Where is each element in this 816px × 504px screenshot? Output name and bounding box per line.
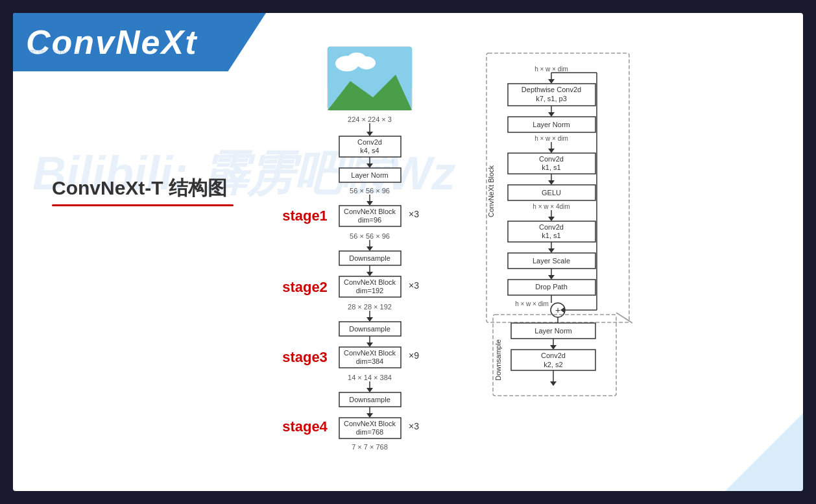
slide: ConvNeXt 霹雳吧啦Wz Bilibili: 霹雳吧啦Wz ConvNeX…: [13, 13, 803, 491]
svg-text:k2, s2: k2, s2: [544, 361, 562, 368]
svg-marker-119: [550, 381, 557, 386]
svg-rect-81: [508, 185, 595, 200]
svg-marker-80: [548, 180, 555, 185]
svg-marker-38: [366, 317, 373, 322]
svg-rect-76: [508, 153, 595, 174]
svg-marker-114: [550, 345, 557, 350]
svg-rect-111: [511, 323, 595, 339]
svg-text:+: +: [555, 305, 560, 315]
svg-text:28 × 28 × 192: 28 × 28 × 192: [348, 303, 392, 311]
svg-text:stage1: stage1: [282, 208, 328, 224]
svg-marker-94: [548, 275, 555, 280]
svg-rect-0: [328, 47, 412, 110]
svg-point-5: [357, 56, 376, 69]
svg-marker-104: [560, 307, 565, 313]
svg-rect-43: [339, 347, 401, 368]
svg-text:k1, s1: k1, s1: [542, 232, 560, 239]
svg-marker-85: [548, 217, 555, 221]
svg-text:Conv2d: Conv2d: [541, 352, 566, 359]
svg-text:Conv2d: Conv2d: [539, 223, 564, 231]
svg-rect-115: [511, 350, 595, 370]
svg-rect-71: [508, 117, 595, 132]
svg-text:ConvNeXt Block: ConvNeXt Block: [344, 349, 396, 357]
slide-title: ConvNeXt: [26, 23, 197, 62]
svg-text:Drop Path: Drop Path: [535, 283, 568, 291]
arch-title: ConvNeXt-T 结构图: [52, 175, 227, 202]
svg-text:k4, s4: k4, s4: [360, 147, 379, 154]
svg-rect-86: [508, 221, 595, 242]
svg-marker-26: [366, 246, 373, 251]
svg-rect-91: [508, 253, 595, 269]
svg-marker-106: [555, 328, 561, 332]
svg-text:dim=384: dim=384: [356, 357, 384, 365]
svg-text:stage3: stage3: [282, 349, 328, 365]
arch-underline: [52, 204, 234, 206]
svg-rect-39: [339, 322, 401, 336]
svg-marker-65: [548, 79, 555, 84]
svg-text:224 × 224 × 3: 224 × 224 × 3: [348, 115, 392, 123]
svg-text:×3: ×3: [409, 280, 419, 291]
svg-text:Depthwise Conv2d: Depthwise Conv2d: [522, 86, 581, 93]
svg-text:Conv2d: Conv2d: [357, 138, 382, 146]
svg-text:ConvNeXt Block: ConvNeXt Block: [487, 165, 495, 217]
svg-text:Downsample: Downsample: [494, 339, 502, 381]
svg-rect-95: [508, 280, 595, 295]
svg-rect-51: [339, 392, 401, 407]
svg-rect-19: [339, 206, 401, 226]
svg-text:Layer Scale: Layer Scale: [533, 257, 570, 265]
svg-text:h × w × dim: h × w × dim: [534, 66, 568, 73]
svg-text:ConvNeXt Block: ConvNeXt Block: [344, 420, 396, 427]
svg-rect-14: [339, 168, 401, 182]
svg-rect-31: [339, 276, 401, 297]
svg-marker-18: [366, 201, 373, 206]
svg-text:Downsample: Downsample: [349, 396, 390, 403]
svg-text:ConvNeXt Block: ConvNeXt Block: [344, 208, 396, 215]
svg-text:7 × 7 × 768: 7 × 7 × 768: [352, 443, 388, 451]
header-banner: ConvNeXt: [13, 13, 266, 71]
svg-marker-13: [366, 163, 373, 168]
svg-text:Downsample: Downsample: [349, 254, 390, 262]
svg-text:dim=96: dim=96: [358, 216, 381, 224]
svg-text:56 × 56 × 96: 56 × 56 × 96: [350, 232, 390, 240]
svg-marker-50: [366, 388, 373, 392]
svg-text:ConvNeXt Block: ConvNeXt Block: [344, 278, 396, 286]
svg-text:Downsample: Downsample: [349, 325, 390, 333]
svg-text:stage4: stage4: [282, 418, 328, 435]
svg-text:stage2: stage2: [282, 279, 328, 295]
svg-text:×3: ×3: [409, 209, 419, 219]
svg-text:dim=192: dim=192: [356, 287, 384, 294]
svg-rect-55: [339, 418, 401, 438]
svg-text:k7, s1, p3: k7, s1, p3: [536, 95, 567, 102]
svg-marker-30: [366, 272, 373, 276]
svg-marker-8: [366, 132, 373, 136]
svg-text:h × w × dim: h × w × dim: [515, 300, 549, 307]
svg-marker-90: [548, 248, 555, 253]
svg-rect-61: [486, 53, 629, 322]
svg-text:Layer Norm: Layer Norm: [351, 171, 388, 179]
svg-rect-109: [493, 315, 616, 396]
blue-triangle-decoration: [660, 348, 803, 491]
svg-marker-42: [366, 342, 373, 347]
svg-point-3: [335, 56, 359, 71]
svg-text:56 × 56 × 96: 56 × 56 × 96: [350, 187, 390, 195]
svg-marker-2: [328, 75, 412, 110]
svg-marker-108: [629, 320, 636, 326]
svg-text:h × w × 4dim: h × w × 4dim: [533, 203, 570, 210]
svg-text:k1, s1: k1, s1: [542, 163, 560, 171]
svg-line-107: [616, 313, 632, 323]
svg-point-98: [551, 303, 565, 317]
svg-marker-54: [366, 413, 373, 418]
svg-rect-27: [339, 251, 401, 265]
svg-text:Layer Norm: Layer Norm: [534, 327, 571, 335]
svg-text:Layer Norm: Layer Norm: [533, 121, 570, 128]
svg-marker-70: [548, 112, 555, 117]
svg-text:GELU: GELU: [542, 189, 561, 197]
svg-rect-9: [339, 136, 401, 157]
svg-rect-66: [508, 84, 595, 106]
svg-text:h × w × dim: h × w × dim: [534, 135, 568, 142]
svg-rect-1: [328, 47, 412, 89]
svg-text:×9: ×9: [409, 350, 419, 361]
svg-marker-75: [548, 149, 555, 153]
svg-text:dim=768: dim=768: [356, 428, 384, 436]
svg-text:14 × 14 × 384: 14 × 14 × 384: [348, 374, 392, 381]
